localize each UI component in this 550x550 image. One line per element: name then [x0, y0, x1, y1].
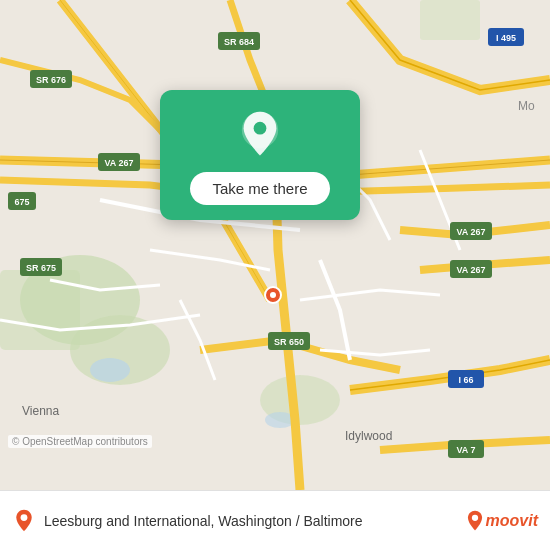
- svg-rect-5: [420, 0, 480, 40]
- svg-point-34: [270, 292, 276, 298]
- svg-text:675: 675: [14, 197, 29, 207]
- take-me-there-button[interactable]: Take me there: [190, 172, 329, 205]
- svg-text:Vienna: Vienna: [22, 404, 59, 418]
- moovit-pin-icon: [464, 510, 486, 532]
- popup-card: Take me there: [160, 90, 360, 220]
- svg-text:I 495: I 495: [496, 33, 516, 43]
- moovit-brand-text: moovit: [486, 512, 538, 530]
- location-pin-icon: [235, 110, 285, 160]
- svg-point-37: [21, 514, 28, 521]
- svg-rect-3: [0, 270, 80, 350]
- bottom-bar: Leesburg and International, Washington /…: [0, 490, 550, 550]
- svg-point-6: [90, 358, 130, 382]
- svg-text:VA 267: VA 267: [456, 227, 485, 237]
- copyright-notice: © OpenStreetMap contributors: [8, 435, 152, 448]
- svg-text:VA 7: VA 7: [456, 445, 475, 455]
- svg-text:VA 267: VA 267: [456, 265, 485, 275]
- svg-text:I 66: I 66: [458, 375, 473, 385]
- location-name: Leesburg and International, Washington /…: [44, 513, 464, 529]
- bottom-location-pin-icon: [12, 509, 36, 533]
- svg-point-38: [471, 514, 477, 520]
- svg-text:Mo: Mo: [518, 99, 535, 113]
- svg-text:SR 676: SR 676: [36, 75, 66, 85]
- svg-point-36: [254, 122, 267, 135]
- moovit-logo: moovit: [464, 510, 538, 532]
- svg-text:SR 675: SR 675: [26, 263, 56, 273]
- svg-text:VA 267: VA 267: [104, 158, 133, 168]
- svg-text:SR 684: SR 684: [224, 37, 254, 47]
- svg-text:Idylwood: Idylwood: [345, 429, 392, 443]
- map-container: SR 676 SR 684 I 495 VA 267 675 SR 675 SR…: [0, 0, 550, 490]
- map-svg: SR 676 SR 684 I 495 VA 267 675 SR 675 SR…: [0, 0, 550, 490]
- svg-text:SR 650: SR 650: [274, 337, 304, 347]
